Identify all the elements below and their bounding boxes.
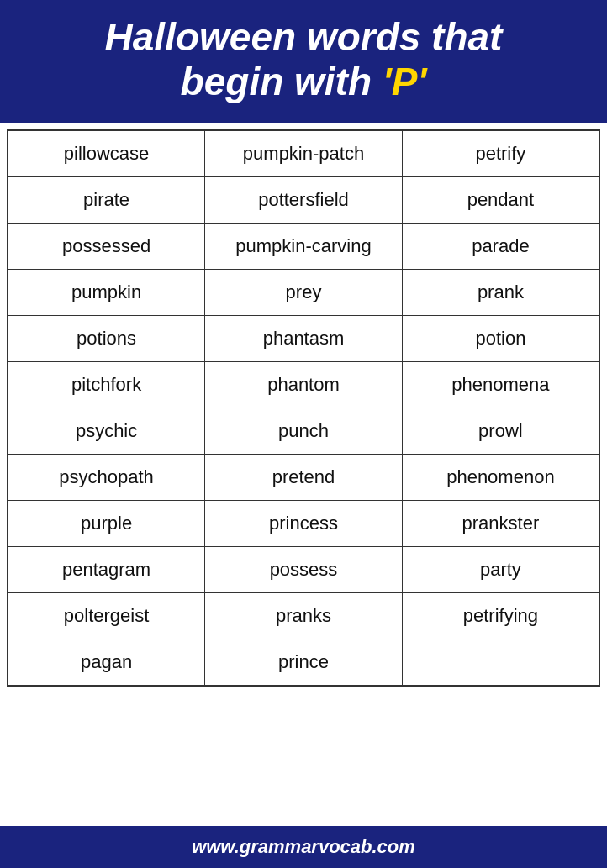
table-cell: prey bbox=[205, 269, 403, 315]
table-cell: phenomenon bbox=[402, 454, 599, 500]
table-cell: pumpkin bbox=[8, 269, 205, 315]
table-cell: pendant bbox=[402, 176, 599, 223]
table-cell: pumpkin-patch bbox=[205, 130, 403, 177]
table-row: pillowcasepumpkin-patchpetrify bbox=[8, 130, 599, 177]
table-row: possessedpumpkin-carvingparade bbox=[8, 223, 599, 269]
table-row: psychopathpretendphenomenon bbox=[8, 454, 599, 500]
table-cell bbox=[402, 639, 599, 686]
table-row: pumpkinpreyprank bbox=[8, 269, 599, 315]
table-cell: princess bbox=[205, 500, 403, 546]
table-cell: pumpkin-carving bbox=[205, 223, 403, 269]
table-cell: possess bbox=[205, 546, 403, 592]
table-cell: pretend bbox=[205, 454, 403, 500]
table-row: poltergeistprankspetrifying bbox=[8, 592, 599, 639]
table-cell: purple bbox=[8, 500, 205, 546]
title-highlight: 'P' bbox=[383, 60, 427, 103]
table-row: pitchforkphantomphenomena bbox=[8, 361, 599, 408]
table-cell: potion bbox=[402, 315, 599, 361]
table-cell: pranks bbox=[205, 592, 403, 639]
table-cell: pagan bbox=[8, 639, 205, 686]
table-row: piratepottersfieldpendant bbox=[8, 176, 599, 223]
table-cell: prankster bbox=[402, 500, 599, 546]
table-cell: petrifying bbox=[402, 592, 599, 639]
table-row: pentagrampossessparty bbox=[8, 546, 599, 592]
table-cell: party bbox=[402, 546, 599, 592]
table-cell: petrify bbox=[402, 130, 599, 177]
table-cell: poltergeist bbox=[8, 592, 205, 639]
word-table-container: pillowcasepumpkin-patchpetrifypiratepott… bbox=[0, 123, 607, 826]
table-cell: possessed bbox=[8, 223, 205, 269]
page-footer: www.grammarvocab.com bbox=[0, 826, 607, 868]
table-cell: parade bbox=[402, 223, 599, 269]
table-cell: psychic bbox=[8, 408, 205, 454]
page-header: Halloween words that begin with 'P' bbox=[0, 0, 607, 123]
table-row: psychicpunchprowl bbox=[8, 408, 599, 454]
table-cell: pentagram bbox=[8, 546, 205, 592]
table-cell: potions bbox=[8, 315, 205, 361]
title-line2-text: begin with bbox=[181, 60, 383, 103]
table-cell: phantom bbox=[205, 361, 403, 408]
table-cell: prank bbox=[402, 269, 599, 315]
table-row: potionsphantasmpotion bbox=[8, 315, 599, 361]
table-cell: pillowcase bbox=[8, 130, 205, 177]
table-row: paganprince bbox=[8, 639, 599, 686]
table-cell: pottersfield bbox=[205, 176, 403, 223]
page-title: Halloween words that begin with 'P' bbox=[17, 15, 590, 104]
table-cell: phantasm bbox=[205, 315, 403, 361]
table-cell: prince bbox=[205, 639, 403, 686]
table-cell: phenomena bbox=[402, 361, 599, 408]
table-cell: pirate bbox=[8, 176, 205, 223]
footer-url: www.grammarvocab.com bbox=[17, 836, 590, 858]
table-cell: psychopath bbox=[8, 454, 205, 500]
table-cell: punch bbox=[205, 408, 403, 454]
word-table: pillowcasepumpkin-patchpetrifypiratepott… bbox=[7, 129, 600, 687]
table-cell: prowl bbox=[402, 408, 599, 454]
table-row: purpleprincessprankster bbox=[8, 500, 599, 546]
table-cell: pitchfork bbox=[8, 361, 205, 408]
title-line1: Halloween words that bbox=[105, 15, 503, 59]
